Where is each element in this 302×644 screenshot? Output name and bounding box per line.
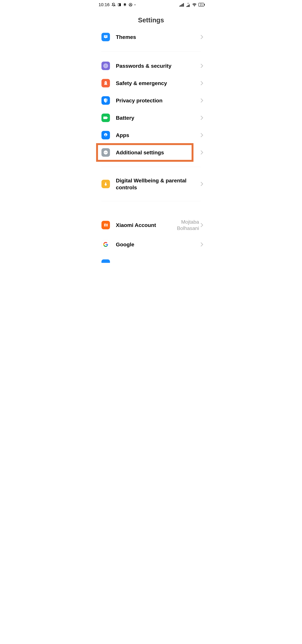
svg-rect-14 xyxy=(189,5,189,7)
svg-point-18 xyxy=(105,65,106,66)
wellbeing-icon xyxy=(101,180,110,188)
dot-icon: ● xyxy=(135,4,136,6)
divider xyxy=(101,51,201,52)
svg-rect-12 xyxy=(187,6,188,7)
chevron-right-icon xyxy=(200,133,203,138)
sync-icon xyxy=(129,3,133,7)
setting-privacy[interactable]: Privacy protection xyxy=(93,92,209,109)
chevron-right-icon xyxy=(200,242,203,247)
setting-label: Digital Wellbeing & parental controls xyxy=(116,177,200,191)
themes-icon xyxy=(101,33,110,41)
chevron-right-icon xyxy=(200,35,203,39)
battery-level: 21 xyxy=(200,3,203,6)
setting-apps[interactable]: Apps xyxy=(93,126,209,144)
svg-rect-6 xyxy=(179,6,180,6)
svg-rect-9 xyxy=(182,4,183,6)
svg-rect-7 xyxy=(180,5,181,6)
xiaomi-icon xyxy=(101,221,110,229)
svg-point-31 xyxy=(105,182,106,184)
setting-battery[interactable]: Battery xyxy=(93,109,209,126)
fingerprint-icon xyxy=(101,62,110,70)
setting-passwords[interactable]: Passwords & security xyxy=(93,57,209,74)
setting-label: Safety & emergency xyxy=(116,80,200,86)
svg-rect-21 xyxy=(104,84,107,85)
svg-rect-11 xyxy=(186,6,187,7)
divider xyxy=(101,167,201,167)
page-title: Settings xyxy=(93,9,209,28)
svg-point-29 xyxy=(105,152,106,153)
svg-rect-22 xyxy=(105,82,106,84)
bell-off-icon xyxy=(112,3,116,7)
chevron-right-icon xyxy=(200,150,203,155)
svg-rect-24 xyxy=(107,117,108,118)
svg-point-26 xyxy=(105,134,106,136)
svg-marker-4 xyxy=(123,4,126,6)
status-bar: 10:16 ● 4G 21 xyxy=(93,0,209,9)
chevron-right-icon xyxy=(200,98,203,103)
svg-rect-10 xyxy=(183,3,184,6)
setting-additional[interactable]: Additional settings xyxy=(93,144,209,161)
wifi-icon xyxy=(192,3,197,6)
setting-label: Privacy protection xyxy=(116,97,200,104)
setting-label: Apps xyxy=(116,132,200,138)
svg-rect-13 xyxy=(188,5,188,7)
svg-point-19 xyxy=(104,64,107,67)
square-icon xyxy=(118,3,121,6)
emergency-icon xyxy=(101,79,110,88)
setting-safety[interactable]: Safety & emergency xyxy=(93,74,209,92)
setting-value: Mojtaba Bolhasani xyxy=(177,219,199,231)
setting-xiaomi-account[interactable]: Xiaomi Account Mojtaba Bolhasani xyxy=(93,214,209,236)
chevron-right-icon xyxy=(200,223,203,228)
status-right: 4G 21 xyxy=(179,3,204,7)
svg-point-28 xyxy=(104,152,105,153)
setting-themes[interactable]: Themes xyxy=(93,28,209,46)
setting-label: Xiaomi Account xyxy=(116,222,177,228)
signal-1-icon xyxy=(179,3,184,6)
chevron-right-icon xyxy=(200,81,203,86)
svg-point-16 xyxy=(194,6,195,6)
svg-rect-15 xyxy=(189,4,190,7)
status-left: 10:16 ● xyxy=(99,2,136,7)
svg-rect-2 xyxy=(118,4,119,6)
setting-label: Battery xyxy=(116,114,200,121)
setting-label: Additional settings xyxy=(116,149,200,156)
layers-icon xyxy=(123,3,127,6)
shield-icon xyxy=(101,96,110,105)
battery-setting-icon xyxy=(101,114,110,122)
svg-rect-17 xyxy=(105,36,107,36)
gear-icon xyxy=(101,131,110,140)
svg-point-30 xyxy=(106,152,107,153)
settings-list: Themes Passwords & security Safety & eme… xyxy=(93,28,209,263)
battery-icon: 21 xyxy=(198,3,204,6)
more-icon xyxy=(101,148,110,157)
partial-next-item xyxy=(101,260,110,263)
setting-wellbeing[interactable]: Digital Wellbeing & parental controls xyxy=(93,172,209,195)
chevron-right-icon xyxy=(200,64,203,68)
svg-rect-8 xyxy=(181,4,182,6)
setting-label: Google xyxy=(116,241,200,248)
setting-label: Themes xyxy=(116,34,200,40)
setting-label: Passwords & security xyxy=(116,62,200,69)
setting-google[interactable]: Google xyxy=(93,236,209,253)
google-icon xyxy=(101,240,110,249)
status-time: 10:16 xyxy=(99,2,110,7)
signal-4g-icon: 4G xyxy=(186,3,190,7)
chevron-right-icon xyxy=(200,182,203,186)
chevron-right-icon xyxy=(200,116,203,120)
